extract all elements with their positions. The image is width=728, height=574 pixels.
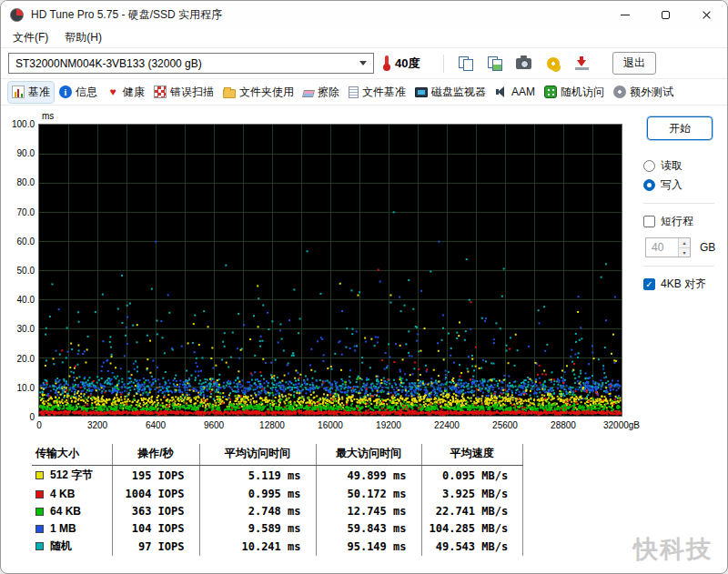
series-color-swatch — [35, 508, 44, 516]
transfer-size-cell: 随机 — [32, 537, 112, 556]
avg-speed-cell: 3.925 MB/s — [421, 485, 523, 502]
toolbar-separator — [443, 55, 444, 73]
x-axis-tick: 0 — [36, 420, 42, 430]
max-access-cell: 50.172 ms — [316, 485, 421, 502]
read-radio[interactable] — [643, 160, 655, 172]
series-label: 512 字节 — [50, 468, 93, 481]
window-title: HD Tune Pro 5.75 - 硬盘/SSD 实用程序 — [31, 7, 222, 23]
camera-button[interactable] — [511, 52, 536, 75]
x-axis-tick: 9600 — [204, 420, 224, 430]
avg-speed-cell: 0.095 MB/s — [421, 466, 523, 486]
align-4kb-row[interactable]: 4KB 对齐 — [643, 275, 718, 294]
tab-label: AAM — [511, 86, 535, 98]
copy-pages-button[interactable] — [453, 52, 478, 75]
iops-cell: 97 IOPS — [112, 537, 199, 556]
series-label: 64 KB — [50, 505, 81, 518]
main-content: ms 100.090.080.070.060.050.040.030.020.0… — [1, 106, 727, 433]
toolbar-icons — [453, 52, 594, 75]
save-results-button[interactable] — [570, 52, 594, 75]
tab-extra-tests[interactable]: 额外测试 — [610, 82, 677, 103]
spin-down-icon[interactable]: ▾ — [679, 248, 690, 257]
camera-icon — [516, 58, 531, 69]
temperature-indicator: 40度 — [383, 55, 434, 72]
tab-erase[interactable]: 擦除 — [299, 82, 343, 103]
menu-item-help[interactable]: 帮助(H) — [56, 28, 110, 47]
align-4kb-checkbox[interactable] — [643, 278, 655, 290]
folder-usage-icon — [223, 89, 236, 98]
table-row: 1 MB104 IOPS9.589 ms59.843 ms104.285 MB/… — [32, 519, 523, 537]
tab-label: 信息 — [76, 85, 97, 100]
title-bar: HD Tune Pro 5.75 - 硬盘/SSD 实用程序 — [1, 1, 727, 28]
avg-access-cell: 5.119 ms — [199, 466, 316, 486]
tab-label: 基准 — [28, 85, 50, 100]
write-radio-label: 写入 — [661, 177, 682, 193]
tab-disk-monitor[interactable]: 磁盘监视器 — [411, 82, 490, 103]
tab-label: 磁盘监视器 — [431, 85, 486, 100]
column-header: 操作/秒 — [112, 444, 199, 466]
series-label: 随机 — [50, 539, 72, 552]
avg-speed-cell: 22.741 MB/s — [421, 502, 523, 519]
read-radio-label: 读取 — [661, 158, 682, 174]
tab-bar: 基准信息健康错误扫描文件夹使用擦除文件基准磁盘监视器AAM随机访问额外测试 — [1, 79, 727, 106]
column-header: 平均访问时间 — [199, 444, 316, 466]
panel-divider — [643, 203, 714, 204]
write-option-row[interactable]: 写入 — [643, 176, 718, 195]
tab-random-access[interactable]: 随机访问 — [541, 82, 608, 103]
watermark: 快科技 — [633, 533, 713, 566]
avg-access-cell: 9.589 ms — [199, 519, 316, 537]
table-row: 4 KB1004 IOPS0.995 ms50.172 ms3.925 MB/s — [32, 485, 523, 502]
app-window: HD Tune Pro 5.75 - 硬盘/SSD 实用程序 文件(F)帮助(H… — [0, 0, 728, 574]
results-header-row: 传输大小操作/秒平均访问时间最大访问时间平均速度 — [32, 444, 523, 466]
benchmark-icon — [12, 86, 25, 98]
drive-selector[interactable]: ST32000NM004K-3VB133 (32000 gB) — [8, 53, 374, 74]
number-stepper[interactable]: ▴▾ — [678, 238, 690, 257]
x-axis-tick: 19200 — [376, 420, 401, 430]
avg-speed-cell: 104.285 MB/s — [421, 519, 523, 537]
tab-info[interactable]: 信息 — [56, 82, 101, 103]
close-button[interactable] — [686, 1, 727, 28]
tab-label: 随机访问 — [561, 85, 604, 100]
align-4kb-label: 4KB 对齐 — [661, 277, 706, 292]
tab-aam[interactable]: AAM — [491, 83, 539, 101]
menu-item-file[interactable]: 文件(F) — [5, 28, 56, 47]
x-axis-tick: 6400 — [146, 420, 166, 430]
x-axis-tick: 22400 — [434, 420, 460, 430]
panel-divider — [643, 266, 714, 267]
y-axis-tick: 10.0 — [5, 383, 35, 393]
erase-icon — [302, 90, 315, 97]
start-button[interactable]: 开始 — [647, 116, 713, 140]
short-stroke-row[interactable]: 短行程 — [643, 212, 718, 231]
tab-benchmark[interactable]: 基准 — [8, 82, 54, 103]
benchmark-settings-panel: 开始 读取 写入 短行程 40 ▴▾ GB — [632, 109, 722, 433]
minimize-icon — [621, 15, 630, 15]
avg-access-cell: 2.748 ms — [199, 502, 316, 519]
y-axis-tick: 100.0 — [5, 119, 35, 129]
exit-button[interactable]: 退出 — [612, 52, 656, 75]
app-icon — [10, 8, 24, 22]
gears-button[interactable] — [541, 52, 565, 75]
read-option-row[interactable]: 读取 — [643, 156, 718, 176]
avg-access-cell: 10.241 ms — [199, 537, 316, 556]
short-stroke-size-row: 40 ▴▾ GB — [645, 237, 718, 257]
gb-unit-label: GB — [700, 241, 715, 254]
tab-label: 文件夹使用 — [239, 85, 294, 100]
short-stroke-size-input[interactable]: 40 ▴▾ — [645, 237, 691, 257]
write-radio[interactable] — [643, 179, 655, 191]
maximize-button[interactable] — [645, 1, 686, 28]
series-color-swatch — [35, 490, 44, 498]
results-table: 传输大小操作/秒平均访问时间最大访问时间平均速度 512 字节195 IOPS5… — [32, 444, 523, 556]
tab-label: 擦除 — [318, 85, 339, 100]
tab-health[interactable]: 健康 — [103, 82, 148, 103]
chevron-down-icon — [359, 61, 367, 65]
spin-up-icon[interactable]: ▴ — [679, 238, 690, 248]
tab-error-scan[interactable]: 错误扫描 — [150, 82, 217, 103]
short-stroke-checkbox[interactable] — [643, 216, 655, 227]
y-axis-tick: 60.0 — [5, 237, 35, 247]
minimize-button[interactable] — [604, 1, 645, 28]
toolbar: ST32000NM004K-3VB133 (32000 gB) 40度 退出 — [1, 48, 727, 79]
tab-folder-usage[interactable]: 文件夹使用 — [219, 82, 298, 103]
aam-icon — [495, 86, 508, 98]
copy-image-button[interactable] — [482, 52, 507, 75]
error-scan-icon — [154, 86, 167, 98]
tab-file-benchmark[interactable]: 文件基准 — [345, 82, 410, 103]
